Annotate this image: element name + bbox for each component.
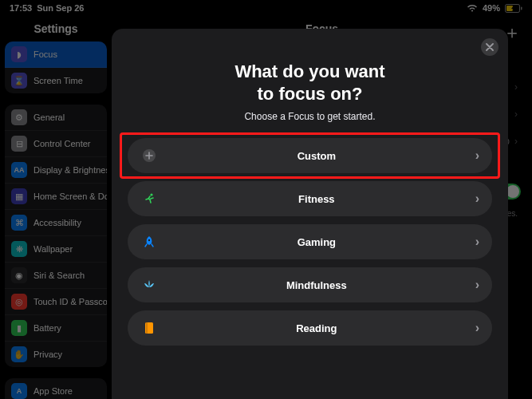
focus-option-label: Gaming xyxy=(158,236,475,248)
svg-point-4 xyxy=(150,193,152,196)
focus-option-label: Fitness xyxy=(158,193,475,205)
plus-icon xyxy=(140,148,158,163)
focus-option-label: Custom xyxy=(158,150,475,162)
chevron-right-icon: › xyxy=(475,278,479,292)
focus-option-reading[interactable]: Reading› xyxy=(128,310,492,346)
svg-rect-7 xyxy=(147,322,148,334)
rocket-icon xyxy=(140,235,158,248)
focus-option-gaming[interactable]: Gaming› xyxy=(128,224,492,259)
chevron-right-icon: › xyxy=(475,192,479,206)
close-button[interactable] xyxy=(481,38,499,56)
focus-option-mindfulness[interactable]: Mindfulness› xyxy=(128,267,492,302)
runner-icon xyxy=(140,192,158,205)
focus-option-fitness[interactable]: Fitness› xyxy=(128,181,492,216)
focus-picker-sheet: What do you want to focus on? Choose a F… xyxy=(112,29,508,399)
chevron-right-icon: › xyxy=(475,148,479,163)
sheet-subtitle: Choose a Focus to get started. xyxy=(128,111,492,122)
chevron-right-icon: › xyxy=(475,235,479,249)
focus-option-label: Reading xyxy=(158,322,475,334)
sheet-title: What do you want to focus on? xyxy=(152,61,468,105)
focus-option-custom[interactable]: Custom› xyxy=(128,138,492,173)
close-icon xyxy=(486,43,494,51)
focus-option-label: Mindfulness xyxy=(158,279,475,291)
svg-point-5 xyxy=(148,239,150,241)
book-icon xyxy=(140,322,158,334)
chevron-right-icon: › xyxy=(475,321,479,335)
lotus-icon xyxy=(140,279,158,291)
